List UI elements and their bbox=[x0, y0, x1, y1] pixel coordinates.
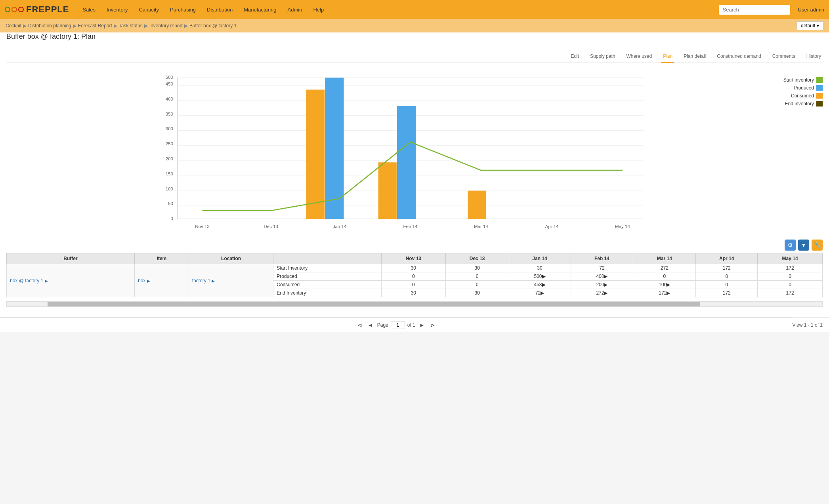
cell-value-2-0: 0 bbox=[382, 281, 446, 289]
search-input[interactable] bbox=[719, 5, 790, 15]
svg-text:200: 200 bbox=[166, 156, 173, 161]
legend-produced: Produced bbox=[783, 85, 823, 91]
tab-supply-path[interactable]: Supply path bbox=[588, 50, 617, 63]
tab-constrained-demand[interactable]: Constrained demand bbox=[715, 50, 762, 63]
nav-distribution[interactable]: Distribution bbox=[201, 1, 238, 18]
cell-buffer[interactable]: box @ factory 1 ▶ bbox=[7, 264, 135, 297]
legend-end-inventory-color bbox=[816, 101, 823, 107]
chart-svg: 0 50 100 150 200 250 300 350 400 450 500… bbox=[6, 69, 823, 236]
page-label: Page bbox=[377, 322, 388, 328]
cell-value-2-3: 200▶ bbox=[571, 281, 633, 289]
cell-value-2-4: 100▶ bbox=[633, 281, 696, 289]
cell-value-3-4: 172▶ bbox=[633, 289, 696, 297]
breadcrumb-cockpit[interactable]: Cockpit bbox=[6, 23, 21, 29]
download-button[interactable]: ▼ bbox=[798, 240, 809, 251]
col-mar14: Mar 14 bbox=[633, 253, 696, 264]
chevron-down-icon: ▾ bbox=[817, 23, 819, 29]
first-page-button[interactable]: ⊲ bbox=[356, 321, 364, 329]
cell-location[interactable]: factory 1 ▶ bbox=[189, 264, 273, 297]
cell-item[interactable]: box ▶ bbox=[134, 264, 189, 297]
horizontal-scrollbar[interactable] bbox=[6, 301, 823, 307]
svg-text:Mar 14: Mar 14 bbox=[474, 224, 488, 229]
nav-sales[interactable]: Sales bbox=[77, 1, 101, 18]
page-input[interactable] bbox=[391, 321, 405, 329]
breadcrumb-task[interactable]: Task status bbox=[119, 23, 143, 29]
svg-text:150: 150 bbox=[166, 171, 173, 176]
svg-text:0: 0 bbox=[171, 216, 173, 221]
col-nov13: Nov 13 bbox=[382, 253, 446, 264]
cell-value-0-1: 30 bbox=[445, 264, 509, 272]
logo-dot-green bbox=[5, 7, 10, 12]
cell-metric-label-0: Start Inventory bbox=[273, 264, 382, 272]
default-label: default bbox=[801, 23, 815, 29]
breadcrumb-bar: Cockpit ▶ Distribution planning ▶ Foreca… bbox=[0, 19, 829, 32]
user-admin-label: User admin bbox=[798, 7, 824, 13]
scrollbar-thumb bbox=[48, 302, 700, 306]
settings-button[interactable]: ⚙ bbox=[785, 240, 796, 251]
tab-comments[interactable]: Comments bbox=[771, 50, 797, 63]
breadcrumb: Cockpit ▶ Distribution planning ▶ Foreca… bbox=[6, 23, 237, 29]
breadcrumb-distribution[interactable]: Distribution planning bbox=[28, 23, 71, 29]
svg-text:Nov 13: Nov 13 bbox=[195, 224, 210, 229]
nav-manufacturing[interactable]: Manufacturing bbox=[238, 1, 282, 18]
settings-icon: ⚙ bbox=[788, 242, 793, 248]
tab-bar: Edit Supply path Where used Plan Plan de… bbox=[6, 47, 823, 63]
cell-value-2-6: 0 bbox=[758, 281, 823, 289]
cell-metric-label-3: End Inventory bbox=[273, 289, 382, 297]
nav-purchasing[interactable]: Purchasing bbox=[164, 1, 201, 18]
breadcrumb-sep-2: ▶ bbox=[73, 23, 76, 29]
breadcrumb-sep-5: ▶ bbox=[184, 23, 188, 29]
wrench-button[interactable]: 🔧 bbox=[812, 240, 823, 251]
svg-text:Jan 14: Jan 14 bbox=[333, 224, 347, 229]
svg-text:350: 350 bbox=[166, 112, 173, 116]
tab-plan[interactable]: Plan bbox=[661, 50, 674, 63]
cell-value-1-6: 0 bbox=[758, 272, 823, 281]
prev-page-button[interactable]: ◄ bbox=[366, 321, 375, 329]
chart-area: 0 50 100 150 200 250 300 350 400 450 500… bbox=[6, 69, 823, 236]
view-info: View 1 - 1 of 1 bbox=[793, 322, 823, 328]
svg-text:Apr 14: Apr 14 bbox=[545, 224, 559, 229]
wrench-icon: 🔧 bbox=[814, 242, 821, 248]
tab-history[interactable]: History bbox=[805, 50, 823, 63]
cell-value-1-1: 0 bbox=[445, 272, 509, 281]
cell-value-3-3: 272▶ bbox=[571, 289, 633, 297]
col-buffer: Buffer bbox=[7, 253, 135, 264]
col-apr14: Apr 14 bbox=[696, 253, 758, 264]
cell-value-3-5: 172 bbox=[696, 289, 758, 297]
logo[interactable]: FREPPLE bbox=[5, 4, 69, 15]
col-jan14: Jan 14 bbox=[509, 253, 571, 264]
col-may14: May 14 bbox=[758, 253, 823, 264]
logo-text: FREPPLE bbox=[26, 4, 69, 15]
logo-dots bbox=[5, 7, 24, 12]
nav-help[interactable]: Help bbox=[308, 1, 329, 18]
cell-value-1-5: 0 bbox=[696, 272, 758, 281]
tab-where-used[interactable]: Where used bbox=[625, 50, 653, 63]
cell-value-1-2: 500▶ bbox=[509, 272, 571, 281]
tab-plan-detail[interactable]: Plan detail bbox=[682, 50, 707, 63]
page-of: of 1 bbox=[407, 322, 415, 328]
table-controls: ⚙ ▼ 🔧 bbox=[6, 240, 823, 251]
next-page-button[interactable]: ► bbox=[418, 321, 426, 329]
breadcrumb-forecast[interactable]: Forecast Report bbox=[78, 23, 112, 29]
default-button[interactable]: default ▾ bbox=[797, 21, 823, 30]
cell-value-0-2: 30 bbox=[509, 264, 571, 272]
nav-inventory[interactable]: Inventory bbox=[101, 1, 133, 18]
bar-mar14-consumed bbox=[468, 191, 486, 219]
tab-edit[interactable]: Edit bbox=[569, 50, 581, 63]
nav-capacity[interactable]: Capacity bbox=[133, 1, 164, 18]
cell-value-1-4: 0 bbox=[633, 272, 696, 281]
nav-admin[interactable]: Admin bbox=[282, 1, 308, 18]
legend-start-inventory-color bbox=[816, 77, 823, 83]
svg-text:50: 50 bbox=[168, 201, 173, 206]
cell-value-2-1: 0 bbox=[445, 281, 509, 289]
legend-start-inventory: Start inventory bbox=[783, 77, 823, 83]
legend-consumed-color bbox=[816, 93, 823, 99]
cell-value-3-0: 30 bbox=[382, 289, 446, 297]
breadcrumb-inventory[interactable]: Inventory report bbox=[149, 23, 183, 29]
svg-text:500: 500 bbox=[166, 75, 173, 80]
legend-consumed: Consumed bbox=[783, 93, 823, 99]
last-page-button[interactable]: ⊳ bbox=[429, 321, 437, 329]
legend-consumed-label: Consumed bbox=[791, 93, 814, 99]
main-content: Edit Supply path Where used Plan Plan de… bbox=[0, 47, 829, 317]
download-icon: ▼ bbox=[801, 242, 806, 248]
